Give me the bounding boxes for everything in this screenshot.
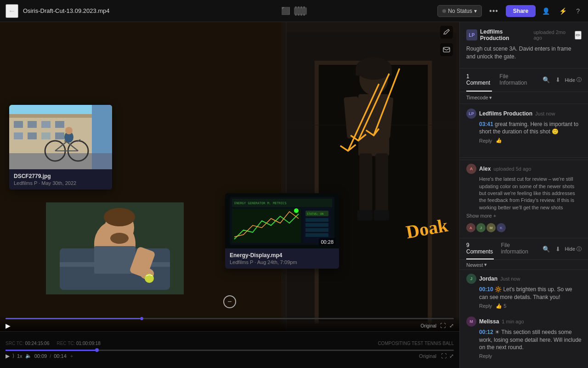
rec-tc-value: 01:00:09:18 (76, 341, 101, 346)
back-button[interactable]: ← (6, 4, 18, 18)
comment-item-melissa: M Melissa 1 min ago 00:12 ☀ This section… (466, 316, 582, 359)
jordan-name: Jordan (479, 276, 498, 282)
panel-top-section: LP Ledfilms Production uploaded 2mo ago … (460, 22, 588, 69)
alex-comment: A Alex uploaded 5d ago Here's the latest… (466, 164, 582, 219)
user-icon-button[interactable]: 👤 (539, 6, 553, 17)
show-more-button[interactable]: Show more + (466, 213, 496, 218)
minimize-overlay-button[interactable]: − (223, 295, 236, 308)
melissa-body: 00:12 ☀ This section still needs some wo… (466, 328, 582, 351)
melissa-avatar: M (466, 316, 476, 327)
timeline-controls: ▶ ⟩ 1x 🔈 00:09 / 00:14 + Original ⛶ ⤢ (6, 353, 454, 359)
panel-tabs: 1 Comment File Information 🔍 ⬇ Hide ⓘ (460, 69, 588, 92)
reply-link-1[interactable]: Reply (479, 138, 492, 144)
help-icon-button[interactable]: ? (573, 6, 582, 17)
step-frame-button[interactable]: ⟩ (12, 353, 14, 359)
filmstrip-icon (294, 6, 307, 16)
inner-video-bg (46, 202, 184, 294)
energy-thumbnail: ENERGY GENERATOR M. METRICS STATUS: ON 0… (225, 193, 339, 248)
tab-comments-2[interactable]: 9 Comments (466, 238, 494, 259)
fit-to-screen-button[interactable]: ⛶ (440, 322, 446, 329)
svg-rect-51 (14, 132, 23, 139)
tab-comments-1[interactable]: 1 Comment (466, 69, 492, 92)
uploader-avatar: LP (466, 29, 477, 40)
fit-timeline-button[interactable]: ⛶ (441, 353, 447, 359)
jordan-like[interactable]: 👍 5 (496, 303, 506, 309)
svg-point-64 (65, 127, 73, 134)
search-icon-2[interactable]: 🔍 (541, 244, 551, 254)
panel-divider-1 (460, 157, 588, 158)
alex-name: Alex (479, 166, 491, 172)
timecode-link-1[interactable]: 03:41 (479, 121, 493, 127)
floating-preview-bike[interactable]: DSCF2779.jpg Ledfilms P · May 30th, 2022 (9, 105, 112, 190)
comment-draw-icon[interactable] (440, 26, 453, 39)
edit-button[interactable]: ✏ (575, 31, 582, 40)
jordan-footer: Reply 👍 5 (466, 303, 582, 309)
timecode-filter-1[interactable]: Timecode ▾ (466, 95, 492, 101)
svg-rect-2 (298, 6, 300, 8)
search-icon-1[interactable]: 🔍 (541, 75, 551, 85)
expand-timeline-button[interactable]: ⤢ (449, 353, 454, 359)
tab-file-info-2[interactable]: File information (501, 238, 534, 259)
melissa-timecode[interactable]: 00:12 (479, 329, 493, 335)
top-bar-right: No Status ▾ ••• Share 👤 ⚡ ? (437, 5, 582, 17)
lightning-icon-button[interactable]: ⚡ (556, 6, 570, 17)
mute-button[interactable]: 🔈 (25, 353, 32, 359)
svg-rect-1 (295, 6, 297, 8)
right-panel-scroll[interactable]: LP Ledfilms Production uploaded 2mo ago … (460, 22, 588, 368)
svg-rect-65 (92, 105, 112, 169)
tab-file-info-1[interactable]: File Information (499, 69, 534, 92)
email-icon[interactable] (440, 43, 453, 56)
svg-rect-43 (443, 47, 450, 52)
progress-thumb (140, 317, 143, 320)
timeline-area: SRC TC: 00:24:15:06 REC TC: 01:00:09:18 … (0, 331, 459, 368)
newest-arrow-icon: ▾ (484, 262, 487, 268)
original-label: Original (421, 323, 436, 328)
jordan-text: 🔆 Let's brighten this up. So we can see … (479, 286, 572, 300)
status-button[interactable]: No Status ▾ (437, 5, 482, 17)
right-panel: LP Ledfilms Production uploaded 2mo ago … (459, 22, 588, 368)
download-icon-1[interactable]: ⬇ (554, 75, 562, 85)
status-dot (442, 9, 446, 13)
svg-rect-48 (28, 121, 37, 128)
comment-body-ledfilms: 03:41 great framing. Here is important t… (466, 121, 582, 136)
melissa-reply[interactable]: Reply (479, 353, 492, 359)
newest-filter[interactable]: Newest ▾ (466, 262, 487, 268)
alex-body: Here's the latest cut for review – we're… (466, 176, 582, 211)
timeline-original-label: Original (419, 353, 436, 359)
comment-header-ledfilms: LP Ledfilms Production Just now (466, 109, 582, 119)
hide-button-2[interactable]: Hide ⓘ (565, 246, 582, 253)
current-time: 00:09 (34, 353, 47, 359)
download-icon-2[interactable]: ⬇ (554, 244, 562, 254)
comment-avatar-ledfilms: LP (466, 109, 476, 119)
video-progress-bar[interactable] (6, 318, 454, 319)
compositing-label: COMPOSITING TEST TENNIS BALL (378, 341, 454, 346)
svg-point-37 (104, 208, 135, 226)
hide-button-1[interactable]: Hide ⓘ (565, 76, 582, 83)
jordan-timecode[interactable]: 00:10 (479, 286, 493, 293)
alex-upload-time: uploaded 5d ago (493, 166, 531, 172)
video-controls-bar: ▶ Original ⛶ ⤢ (0, 315, 459, 331)
avatar-1: A (466, 223, 475, 232)
timeline-play-button[interactable]: ▶ (6, 353, 10, 359)
like-button-1[interactable]: 👍 (496, 138, 502, 144)
svg-rect-46 (9, 114, 92, 118)
timeline-progress-bar[interactable] (6, 350, 454, 351)
floating-preview-energy[interactable]: ENERGY GENERATOR M. METRICS STATUS: ON 0… (225, 193, 339, 269)
avatar-stack: A J M K (466, 223, 582, 232)
svg-text:STATUS: ON: STATUS: ON (307, 212, 324, 215)
src-tc-value: 00:24:15:06 (25, 341, 50, 346)
comment-header-jordan: J Jordan Just now (466, 274, 582, 284)
melissa-time: 1 min ago (502, 319, 524, 324)
jordan-reply[interactable]: Reply (479, 303, 492, 309)
svg-rect-52 (28, 132, 37, 139)
comment-author-ledfilms: Ledfilms Production (479, 110, 532, 117)
uploader-initial: LP (469, 33, 475, 38)
play-button[interactable]: ▶ (6, 322, 11, 329)
svg-rect-49 (41, 121, 51, 128)
share-button[interactable]: Share (506, 5, 536, 17)
more-options-button[interactable]: ••• (486, 5, 502, 17)
timeline-thumb (95, 348, 99, 352)
fullscreen-button[interactable]: ⤢ (449, 322, 454, 329)
svg-rect-7 (300, 14, 302, 16)
time-unit: + (70, 353, 73, 359)
